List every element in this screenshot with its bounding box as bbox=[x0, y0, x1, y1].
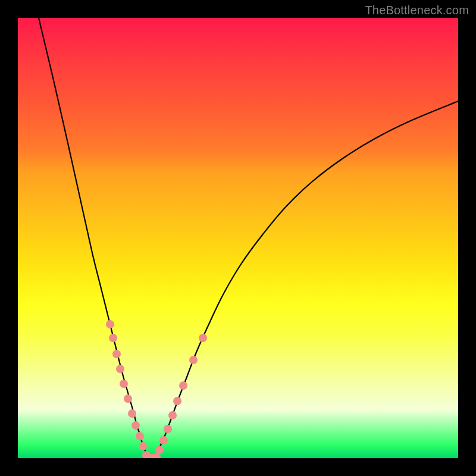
scatter-point bbox=[199, 334, 207, 342]
chart-svg bbox=[18, 18, 458, 458]
plot-area bbox=[18, 18, 458, 458]
scatter-point bbox=[168, 411, 177, 419]
scatter-point bbox=[112, 350, 121, 358]
scatter-point bbox=[131, 421, 140, 430]
scatter-point bbox=[155, 446, 164, 454]
scatter-point bbox=[116, 365, 124, 373]
curve-right bbox=[155, 101, 458, 458]
scatter-point bbox=[106, 320, 114, 328]
scatter-point bbox=[159, 436, 168, 444]
scatter-point bbox=[139, 442, 147, 450]
scatter-point bbox=[179, 381, 187, 390]
scatter-point bbox=[189, 356, 198, 364]
scatter-point bbox=[124, 394, 132, 403]
watermark-text: TheBottleneck.com bbox=[365, 4, 469, 17]
scatter-point bbox=[136, 432, 144, 440]
scatter-markers bbox=[106, 320, 207, 458]
scatter-point bbox=[120, 380, 128, 388]
scatter-point bbox=[128, 409, 136, 418]
scatter-point bbox=[164, 425, 172, 433]
scatter-point bbox=[173, 397, 181, 405]
chart-frame: TheBottleneck.com bbox=[0, 0, 476, 476]
scatter-point bbox=[109, 334, 117, 342]
curve-left bbox=[39, 18, 149, 458]
